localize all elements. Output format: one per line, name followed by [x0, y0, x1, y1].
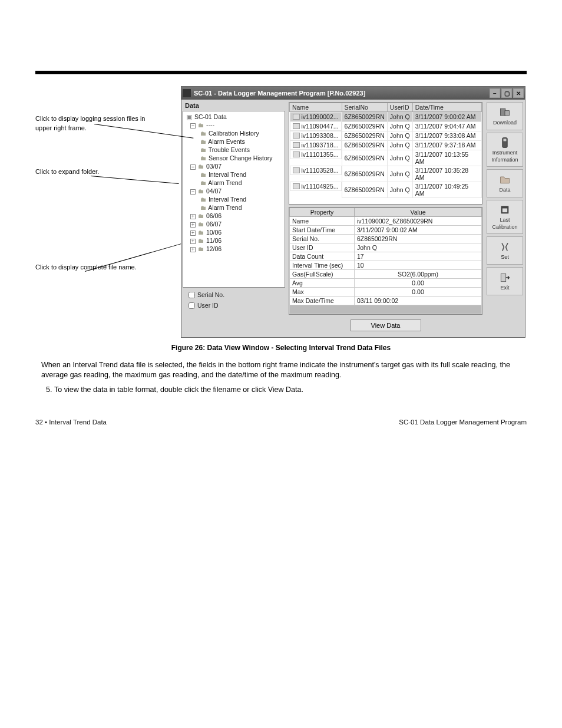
tree-folder-0307[interactable]: 03/07	[206, 163, 222, 170]
close-button[interactable]: ✕	[513, 88, 524, 98]
tree-folder-0606[interactable]: 06/06	[206, 212, 222, 219]
view-data-button[interactable]: View Data	[351, 319, 421, 331]
minimize-button[interactable]: −	[490, 88, 500, 98]
maximize-button[interactable]: ▢	[501, 88, 512, 98]
tree-alarm-events[interactable]: Alarm Events	[208, 138, 244, 145]
svg-rect-0	[501, 108, 505, 116]
tree-folder-0607[interactable]: 06/07	[206, 220, 222, 228]
file-icon	[293, 167, 300, 173]
tree-root[interactable]: SC-01 Data	[194, 113, 227, 120]
window-title: SC-01 - Data Logger Management Program […	[194, 90, 365, 97]
body-paragraph: When an Interval Trend data file is sele…	[41, 360, 521, 381]
footer-right: SC-01 Data Logger Management Program	[399, 419, 527, 426]
svg-rect-1	[505, 111, 510, 116]
list-row[interactable]: iv11103528...6Z8650029RNJohn Q3/11/2007 …	[290, 166, 482, 182]
data-button[interactable]: Data	[487, 169, 523, 197]
tree-interval-trend-0307[interactable]: Interval Trend	[209, 171, 246, 178]
tree-trouble-events[interactable]: Trouble Events	[209, 146, 250, 153]
set-button[interactable]: Set	[487, 236, 523, 265]
tree-alarm-trend-0407[interactable]: Alarm Trend	[208, 204, 242, 211]
col-name[interactable]: Name	[290, 103, 342, 112]
tree-folder-1106[interactable]: 11/06	[206, 237, 222, 244]
tree-untitled-folder[interactable]: ----	[206, 121, 214, 129]
col-datetime[interactable]: Date/Time	[412, 103, 481, 112]
col-property: Property	[290, 207, 355, 216]
list-row[interactable]: iv11093718...6Z8650029RNJohn Q3/11/2007 …	[290, 140, 482, 150]
session-file-list[interactable]: Name SerialNo UserID Date/Time iv1109000…	[289, 102, 482, 205]
file-icon	[293, 133, 300, 139]
tree-folder-0407[interactable]: 04/07	[206, 187, 222, 195]
list-row[interactable]: iv11101355...6Z8650029RNJohn Q3/11/2007 …	[290, 150, 482, 166]
download-icon	[498, 107, 511, 118]
col-user[interactable]: UserID	[387, 103, 412, 112]
svg-rect-3	[504, 139, 507, 141]
callout-2-text: Click to expand folder.	[35, 167, 135, 177]
data-frame-label: Data	[185, 102, 285, 109]
folder-tree[interactable]: ▣ SC-01 Data −🖿 ---- 🖿 Calibration Histo…	[183, 111, 285, 288]
tree-alarm-trend-0307[interactable]: Alarm Trend	[208, 179, 242, 186]
tree-calibration-history[interactable]: Calibration History	[209, 130, 259, 137]
tools-icon	[498, 241, 511, 253]
tree-folder-1206[interactable]: 12/06	[206, 245, 222, 252]
step-5: To view the data in table format, double…	[54, 384, 521, 395]
instrument-icon	[498, 137, 511, 149]
list-row[interactable]: iv11090447...6Z8650029RNJohn Q3/11/2007 …	[290, 121, 482, 131]
tree-sensor-change-history[interactable]: Sensor Change History	[209, 154, 273, 162]
file-icon	[293, 123, 300, 129]
title-bar: SC-01 - Data Logger Management Program […	[181, 87, 525, 100]
calendar-icon	[498, 204, 511, 216]
tree-folder-1006[interactable]: 10/06	[206, 229, 222, 236]
callout-3-text: Click to display complete file name.	[35, 263, 153, 272]
list-row[interactable]: iv11090002...6Z8650029RNJohn Q3/11/2007 …	[290, 112, 482, 122]
file-icon	[293, 151, 300, 157]
app-window: SC-01 - Data Logger Management Program […	[181, 86, 525, 338]
app-icon	[183, 89, 191, 97]
file-icon	[293, 114, 300, 120]
exit-button[interactable]: Exit	[487, 267, 523, 295]
col-serial[interactable]: SerialNo	[342, 103, 387, 112]
list-row[interactable]: iv11104925...6Z8650029RNJohn Q3/11/2007 …	[290, 182, 482, 197]
tree-interval-trend-0407[interactable]: Interval Trend	[209, 196, 246, 203]
property-table: PropertyValue Nameiv11090002_6Z8650029RN…	[289, 207, 482, 315]
page-rule	[35, 71, 527, 74]
exit-icon	[498, 272, 511, 284]
figure-caption: Figure 26: Data View Window - Selecting …	[41, 344, 521, 352]
svg-rect-6	[501, 274, 505, 281]
user-id-checkbox[interactable]: User ID	[189, 302, 285, 309]
file-icon	[293, 183, 300, 189]
last-calibration-button[interactable]: Last Calibration	[487, 200, 523, 234]
svg-rect-5	[503, 209, 507, 213]
folder-icon	[498, 174, 511, 186]
right-button-bar: Download Instrument Information Data Las…	[485, 100, 525, 337]
list-row[interactable]: iv11093308...6Z8650029RNJohn Q3/11/2007 …	[290, 131, 482, 140]
serial-no-checkbox[interactable]: Serial No.	[189, 291, 285, 298]
download-button[interactable]: Download	[487, 102, 523, 130]
instrument-info-button[interactable]: Instrument Information	[487, 133, 523, 167]
file-icon	[293, 142, 300, 148]
col-value: Value	[355, 207, 482, 216]
footer-left: 32 • Interval Trend Data	[35, 419, 107, 426]
